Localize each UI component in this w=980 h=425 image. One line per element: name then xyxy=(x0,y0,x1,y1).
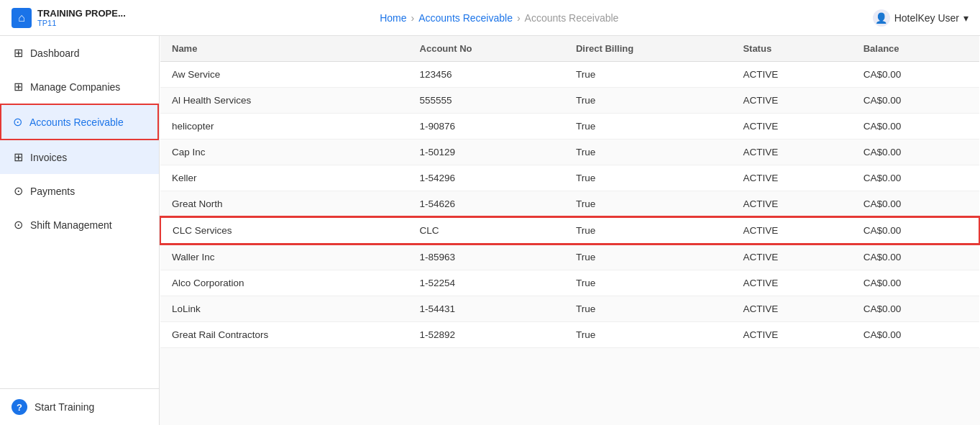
cell-1: 555555 xyxy=(408,88,564,114)
cell-0: Great Rail Contractors xyxy=(160,322,408,348)
cell-1: 1-54626 xyxy=(408,191,564,218)
cell-3: ACTIVE xyxy=(731,270,851,296)
breadcrumb: Home › Accounts Receivable › Accounts Re… xyxy=(380,12,618,24)
sidebar-label-shift-management: Shift Management xyxy=(30,219,112,231)
cell-0: CLC Services xyxy=(160,217,408,244)
table-row[interactable]: CLC ServicesCLCTrueACTIVECA$0.00 xyxy=(160,217,979,244)
cell-1: 1-50129 xyxy=(408,140,564,165)
chevron-down-icon: ▾ xyxy=(963,12,968,24)
cell-3: ACTIVE xyxy=(731,191,851,218)
start-training-label: Start Training xyxy=(35,401,94,413)
table-row[interactable]: Waller Inc1-85963TrueACTIVECA$0.00 xyxy=(160,244,979,270)
cell-2: True xyxy=(564,244,731,270)
breadcrumb-level1[interactable]: Accounts Receivable xyxy=(418,12,513,24)
cell-2: True xyxy=(564,165,731,191)
brand-icon: ⌂ xyxy=(12,8,32,28)
brand-sub: TP11 xyxy=(37,19,126,27)
user-label: HotelKey User xyxy=(894,12,959,24)
sidebar-item-shift-management[interactable]: ⊙ Shift Management xyxy=(0,208,159,242)
cell-2: True xyxy=(564,88,731,114)
main-layout: ⊞ Dashboard ⊞ Manage Companies ⊙ Account… xyxy=(0,36,980,425)
user-area[interactable]: 👤 HotelKey User ▾ xyxy=(873,9,968,27)
cell-2: True xyxy=(564,296,731,322)
sidebar-label-accounts-receivable: Accounts Receivable xyxy=(29,116,124,128)
brand: ⌂ TRAINING PROPE... TP11 xyxy=(12,8,126,28)
brand-name: TRAINING PROPE... xyxy=(37,8,126,19)
cell-2: True xyxy=(564,62,731,88)
cell-3: ACTIVE xyxy=(731,140,851,165)
cell-0: Aw Service xyxy=(160,62,408,88)
col-name: Name xyxy=(160,36,408,62)
cell-4: CA$0.00 xyxy=(852,270,979,296)
cell-0: Great North xyxy=(160,191,408,218)
table-row[interactable]: LoLink1-54431TrueACTIVECA$0.00 xyxy=(160,296,979,322)
help-icon: ? xyxy=(12,399,27,415)
cell-0: Cap Inc xyxy=(160,140,408,165)
cell-4: CA$0.00 xyxy=(852,165,979,191)
cell-4: CA$0.00 xyxy=(852,217,979,244)
sidebar-label-dashboard: Dashboard xyxy=(30,47,80,59)
breadcrumb-level2: Accounts Receivable xyxy=(525,12,619,24)
cell-4: CA$0.00 xyxy=(852,191,979,218)
sidebar: ⊞ Dashboard ⊞ Manage Companies ⊙ Account… xyxy=(0,36,160,425)
sidebar-item-invoices[interactable]: ⊞ Invoices xyxy=(0,140,159,174)
shift-management-icon: ⊙ xyxy=(14,218,23,232)
sidebar-item-dashboard[interactable]: ⊞ Dashboard xyxy=(0,36,159,70)
sidebar-item-accounts-receivable[interactable]: ⊙ Accounts Receivable xyxy=(0,104,159,140)
cell-3: ACTIVE xyxy=(731,244,851,270)
table-container[interactable]: Name Account No Direct Billing Status Ba… xyxy=(160,36,980,425)
cell-0: LoLink xyxy=(160,296,408,322)
cell-0: Keller xyxy=(160,165,408,191)
payments-icon: ⊙ xyxy=(14,184,23,198)
cell-4: CA$0.00 xyxy=(852,244,979,270)
cell-1: 1-52892 xyxy=(408,322,564,348)
breadcrumb-home[interactable]: Home xyxy=(380,12,406,24)
cell-0: Al Health Services xyxy=(160,88,408,114)
cell-4: CA$0.00 xyxy=(852,62,979,88)
cell-1: 1-90876 xyxy=(408,114,564,140)
cell-4: CA$0.00 xyxy=(852,296,979,322)
cell-3: ACTIVE xyxy=(731,322,851,348)
breadcrumb-sep-1: › xyxy=(411,12,415,24)
cell-1: 1-54296 xyxy=(408,165,564,191)
cell-2: True xyxy=(564,191,731,218)
sidebar-item-manage-companies[interactable]: ⊞ Manage Companies xyxy=(0,70,159,104)
sidebar-label-payments: Payments xyxy=(30,186,75,197)
table-row[interactable]: helicopter1-90876TrueACTIVECA$0.00 xyxy=(160,114,979,140)
sidebar-item-payments[interactable]: ⊙ Payments xyxy=(0,174,159,208)
accounts-table: Name Account No Direct Billing Status Ba… xyxy=(160,36,980,348)
cell-1: 1-52254 xyxy=(408,270,564,296)
col-account: Account No xyxy=(408,36,564,62)
table-row[interactable]: Cap Inc1-50129TrueACTIVECA$0.00 xyxy=(160,140,979,165)
top-header: ⌂ TRAINING PROPE... TP11 Home › Accounts… xyxy=(0,0,980,36)
table-row[interactable]: Keller1-54296TrueACTIVECA$0.00 xyxy=(160,165,979,191)
cell-4: CA$0.00 xyxy=(852,140,979,165)
cell-0: Waller Inc xyxy=(160,244,408,270)
cell-4: CA$0.00 xyxy=(852,88,979,114)
accounts-receivable-icon: ⊙ xyxy=(13,115,22,129)
cell-0: Alco Corporation xyxy=(160,270,408,296)
cell-3: ACTIVE xyxy=(731,165,851,191)
brand-text: TRAINING PROPE... TP11 xyxy=(37,8,126,27)
table-row[interactable]: Great North1-54626TrueACTIVECA$0.00 xyxy=(160,191,979,218)
cell-1: 1-54431 xyxy=(408,296,564,322)
table-row[interactable]: Alco Corporation1-52254TrueACTIVECA$0.00 xyxy=(160,270,979,296)
table-row[interactable]: Al Health Services555555TrueACTIVECA$0.0… xyxy=(160,88,979,114)
table-row[interactable]: Aw Service123456TrueACTIVECA$0.00 xyxy=(160,62,979,88)
col-status: Status xyxy=(731,36,851,62)
cell-2: True xyxy=(564,114,731,140)
cell-3: ACTIVE xyxy=(731,62,851,88)
cell-3: ACTIVE xyxy=(731,114,851,140)
user-icon: 👤 xyxy=(873,9,890,27)
cell-3: ACTIVE xyxy=(731,217,851,244)
start-training-button[interactable]: ? Start Training xyxy=(0,388,159,425)
cell-3: ACTIVE xyxy=(731,88,851,114)
cell-1: CLC xyxy=(408,217,564,244)
table-header-row: Name Account No Direct Billing Status Ba… xyxy=(160,36,979,62)
breadcrumb-sep-2: › xyxy=(517,12,521,24)
dashboard-icon: ⊞ xyxy=(14,46,23,60)
cell-4: CA$0.00 xyxy=(852,114,979,140)
sidebar-label-manage-companies: Manage Companies xyxy=(30,81,120,93)
sidebar-label-invoices: Invoices xyxy=(30,152,67,163)
table-row[interactable]: Great Rail Contractors1-52892TrueACTIVEC… xyxy=(160,322,979,348)
